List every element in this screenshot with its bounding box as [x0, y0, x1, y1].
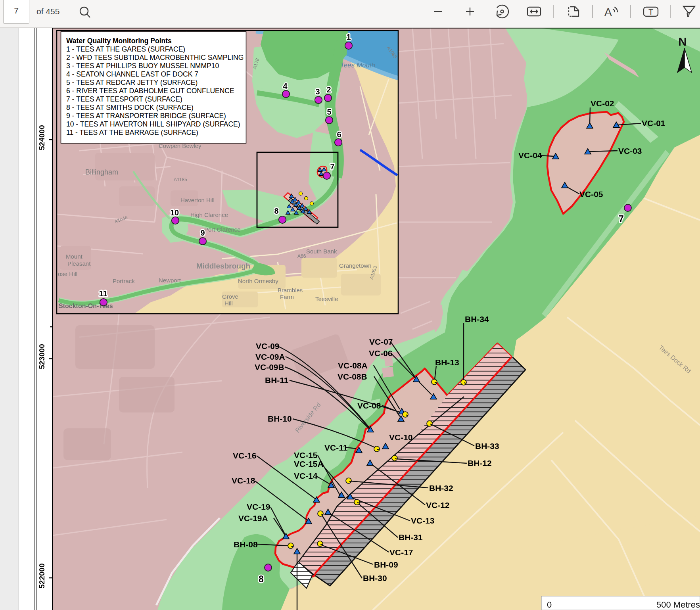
svg-text:Pleasant: Pleasant — [67, 260, 91, 267]
svg-text:VC-13: VC-13 — [411, 516, 435, 525]
svg-text:BH-11: BH-11 — [265, 376, 289, 385]
svg-text:Billingham: Billingham — [85, 168, 118, 176]
svg-text:8: 8 — [274, 207, 278, 215]
svg-text:Hill: Hill — [224, 300, 233, 307]
svg-text:South Bank: South Bank — [306, 248, 337, 255]
svg-text:1 - TEES AT THE GARES (SURFACE: 1 - TEES AT THE GARES (SURFACE) — [66, 45, 185, 53]
svg-text:7: 7 — [619, 214, 624, 224]
svg-text:VC-08: VC-08 — [357, 401, 381, 410]
svg-text:VC-19: VC-19 — [247, 502, 270, 511]
svg-text:10 - TEES AT HAVERTON HILL SHI: 10 - TEES AT HAVERTON HILL SHIPYARD (SUR… — [66, 120, 240, 128]
svg-text:VC-03: VC-03 — [618, 146, 642, 155]
svg-text:500 Metres: 500 Metres — [656, 600, 700, 610]
svg-text:7 - TEES AT TEESPORT (SURFACE): 7 - TEES AT TEESPORT (SURFACE) — [66, 95, 182, 103]
svg-text:VC-07: VC-07 — [369, 337, 393, 346]
svg-text:BH-33: BH-33 — [475, 441, 499, 451]
svg-text:VC-09B: VC-09B — [255, 363, 284, 372]
svg-text:Grangetown: Grangetown — [339, 262, 372, 269]
svg-text:1: 1 — [346, 33, 351, 41]
svg-text:6 - RIVER TEES AT DABHOLME GUT: 6 - RIVER TEES AT DABHOLME GUT CONFLUENC… — [66, 87, 234, 95]
svg-text:Tees Mouth: Tees Mouth — [340, 61, 375, 69]
svg-text:VC-18: VC-18 — [232, 476, 255, 485]
svg-text:VC-06: VC-06 — [369, 349, 393, 358]
svg-text:Teesville: Teesville — [315, 295, 338, 302]
svg-text:VC-15A: VC-15A — [294, 459, 324, 468]
svg-text:6: 6 — [337, 130, 341, 139]
svg-text:Farm: Farm — [280, 293, 294, 300]
svg-text:VC-14: VC-14 — [294, 471, 318, 480]
svg-text:BH-12: BH-12 — [468, 458, 492, 468]
svg-text:7: 7 — [330, 162, 334, 171]
svg-text:VC-19A: VC-19A — [238, 514, 268, 523]
svg-text:VC-11: VC-11 — [324, 443, 348, 452]
svg-text:Water Quality Monitoring Point: Water Quality Monitoring Points — [66, 37, 172, 45]
svg-text:VC-04: VC-04 — [518, 151, 542, 160]
svg-text:VC-02: VC-02 — [591, 99, 614, 108]
svg-text:4 - SEATON CHANNEL EAST OF DOC: 4 - SEATON CHANNEL EAST OF DOCK 7 — [66, 70, 198, 78]
svg-text:BH-13: BH-13 — [435, 358, 459, 367]
svg-text:N: N — [678, 35, 687, 48]
svg-text:0: 0 — [547, 600, 552, 610]
svg-text:Mount: Mount — [66, 253, 83, 260]
svg-text:BH-10: BH-10 — [268, 414, 292, 423]
svg-text:A: A — [604, 6, 612, 18]
svg-text:BH-30: BH-30 — [363, 574, 387, 583]
svg-text:9: 9 — [200, 228, 205, 237]
svg-text:Port Clarence: Port Clarence — [204, 226, 241, 233]
svg-text:BH-34: BH-34 — [465, 315, 489, 324]
svg-text:VC-10: VC-10 — [389, 433, 413, 442]
svg-text:North Ormesby: North Ormesby — [238, 278, 278, 284]
svg-text:8: 8 — [259, 574, 264, 584]
svg-text:5 - TEES AT REDCAR JETTY (SURF: 5 - TEES AT REDCAR JETTY (SURFACE) — [66, 79, 198, 86]
svg-text:A1185: A1185 — [174, 177, 187, 182]
svg-text:High Clarence: High Clarence — [190, 211, 228, 218]
svg-text:VC-09: VC-09 — [256, 341, 280, 351]
svg-text:Middlesbrough: Middlesbrough — [196, 262, 250, 270]
svg-text:2 - WFD TEES SUBTIDAL MACROBEN: 2 - WFD TEES SUBTIDAL MACROBENTHIC SAMPL… — [66, 54, 244, 61]
svg-text:Newport: Newport — [159, 277, 181, 284]
svg-text:VC-12: VC-12 — [426, 501, 450, 510]
svg-text:Grove: Grove — [222, 293, 238, 300]
svg-text:523000: 523000 — [38, 344, 46, 369]
svg-text:Haverton Hill: Haverton Hill — [180, 197, 215, 203]
svg-text:ose Hill: ose Hill — [58, 270, 77, 277]
svg-text:Portrack: Portrack — [113, 278, 135, 284]
svg-text:2: 2 — [326, 85, 331, 94]
svg-text:VC-05: VC-05 — [579, 190, 603, 199]
svg-text:VC-08A: VC-08A — [338, 361, 368, 370]
svg-text:VC-08B: VC-08B — [338, 372, 367, 381]
svg-text:11 - TEES AT THE BARRAGE (SURF: 11 - TEES AT THE BARRAGE (SURFACE) — [66, 129, 198, 136]
svg-text:3: 3 — [315, 87, 320, 96]
svg-text:T: T — [648, 8, 653, 16]
svg-text:VC-17: VC-17 — [389, 548, 413, 557]
svg-text:9 - TEES AT TRANSPORTER BRIDGE: 9 - TEES AT TRANSPORTER BRIDGE (SURFACE) — [66, 112, 226, 120]
svg-text:11: 11 — [99, 289, 107, 298]
svg-text:10: 10 — [170, 208, 179, 217]
svg-text:522000: 522000 — [38, 563, 46, 588]
svg-text:5: 5 — [327, 107, 331, 116]
svg-text:A66: A66 — [297, 253, 306, 259]
svg-text:Brambles: Brambles — [278, 287, 303, 293]
svg-text:8 - TEES AT SMITHS DOCK (SURFA: 8 - TEES AT SMITHS DOCK (SURFACE) — [66, 104, 194, 111]
svg-text:BH-08: BH-08 — [234, 540, 258, 549]
svg-text:4: 4 — [283, 82, 288, 90]
svg-text:VC-16: VC-16 — [233, 451, 257, 460]
svg-text:BH-31: BH-31 — [399, 533, 423, 542]
svg-text:BH-32: BH-32 — [429, 483, 453, 493]
svg-text:VC-01: VC-01 — [642, 119, 665, 128]
svg-text:524000: 524000 — [38, 125, 46, 150]
svg-text:VC-09A: VC-09A — [255, 352, 285, 361]
svg-text:VC-15: VC-15 — [294, 451, 318, 460]
svg-text:3 - TEES AT PHILLIPS BUOY MUSS: 3 - TEES AT PHILLIPS BUOY MUSSEL NMMP10 — [66, 62, 219, 70]
svg-text:BH-09: BH-09 — [374, 560, 398, 569]
